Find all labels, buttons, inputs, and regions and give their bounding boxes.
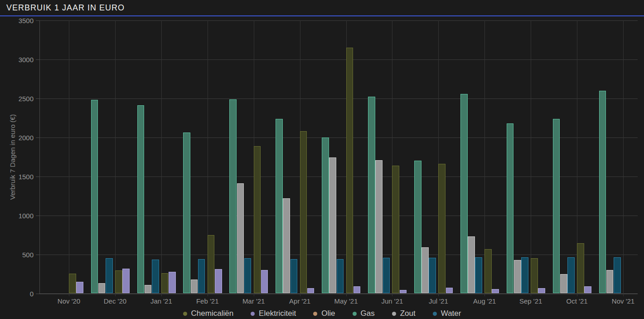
bar-chemicaliën-2[interactable] — [161, 273, 169, 294]
bar-zout-11[interactable] — [606, 270, 614, 294]
bar-zout-6[interactable] — [375, 160, 383, 293]
bar-gas-2[interactable] — [183, 133, 190, 293]
y-axis-tick-label: 3000 — [6, 55, 34, 63]
bar-zout-9[interactable] — [514, 260, 521, 293]
y-axis-tick-label: 500 — [6, 250, 34, 258]
bar-elektriciteit-9[interactable] — [492, 289, 499, 293]
bar-gas-4[interactable] — [276, 119, 283, 294]
legend-dot-icon — [251, 312, 255, 316]
x-axis-label: Apr '21 — [289, 297, 310, 305]
bar-gas-11[interactable] — [599, 91, 606, 294]
y-gridline — [39, 59, 638, 60]
x-axis-label: Dec '20 — [104, 297, 126, 305]
bar-zout-8[interactable] — [468, 236, 475, 293]
bar-elektriciteit-3[interactable] — [215, 269, 222, 293]
bar-water-5[interactable] — [337, 259, 344, 294]
bar-chemicaliën-6[interactable] — [346, 48, 353, 293]
bar-water-4[interactable] — [291, 259, 298, 294]
bar-gas-8[interactable] — [460, 94, 468, 294]
bar-water-8[interactable] — [475, 257, 482, 293]
x-gridline — [115, 20, 116, 296]
y-gridline — [39, 98, 638, 99]
bar-zout-2[interactable] — [191, 280, 198, 294]
y-gridline — [39, 255, 638, 255]
x-gridline — [623, 20, 624, 296]
bar-chemicaliën-10[interactable] — [531, 258, 538, 293]
y-gridline — [39, 216, 638, 216]
bar-elektriciteit-1[interactable] — [122, 269, 130, 294]
y-axis-tick-label: 0 — [6, 290, 34, 297]
chart-legend: ChemicaliënElektriciteitOlieGasZoutWater — [0, 309, 644, 318]
bar-water-2[interactable] — [198, 259, 205, 294]
bar-zout-4[interactable] — [283, 198, 290, 294]
bar-water-1[interactable] — [152, 260, 159, 294]
x-axis-label: May '21 — [334, 297, 358, 305]
bar-gas-0[interactable] — [91, 100, 98, 293]
legend-item-chemicaliën[interactable]: Chemicaliën — [183, 309, 234, 318]
bar-water-6[interactable] — [383, 258, 390, 293]
legend-label: Chemicaliën — [191, 309, 234, 318]
bar-water-0[interactable] — [106, 258, 113, 293]
y-axis-tick — [36, 20, 39, 21]
bar-gas-10[interactable] — [553, 119, 560, 294]
bar-zout-10[interactable] — [560, 274, 567, 293]
bar-gas-6[interactable] — [368, 97, 375, 293]
bar-gas-5[interactable] — [322, 137, 329, 294]
bar-zout-7[interactable] — [421, 247, 429, 293]
legend-item-gas[interactable]: Gas — [353, 309, 375, 318]
bar-chemicaliën-5[interactable] — [300, 131, 307, 293]
bar-chart: 0500100015002000250030003500Nov '20Dec '… — [0, 16, 644, 319]
bar-zout-3[interactable] — [237, 183, 244, 293]
bar-chemicaliën-1[interactable] — [115, 270, 122, 294]
bar-elektriciteit-2[interactable] — [169, 272, 176, 293]
y-axis-tick — [36, 59, 39, 60]
bar-elektriciteit-10[interactable] — [538, 288, 545, 293]
bar-elektriciteit-8[interactable] — [446, 288, 453, 294]
bar-chemicaliën-0[interactable] — [69, 274, 76, 294]
bar-chemicaliën-8[interactable] — [438, 164, 445, 293]
bar-elektriciteit-11[interactable] — [584, 286, 591, 293]
bar-elektriciteit-5[interactable] — [307, 288, 315, 293]
bar-chemicaliën-4[interactable] — [254, 146, 261, 294]
legend-item-water[interactable]: Water — [433, 309, 461, 318]
bar-chemicaliën-7[interactable] — [392, 166, 399, 294]
bar-chemicaliën-11[interactable] — [577, 243, 584, 294]
bar-water-7[interactable] — [429, 258, 436, 293]
y-axis-title: Verbruik 7 Dagen in euro (€) — [9, 114, 16, 200]
bar-water-10[interactable] — [567, 257, 575, 294]
x-axis-label: Jul '21 — [429, 297, 448, 305]
y-axis-tick — [36, 177, 39, 177]
bar-gas-9[interactable] — [507, 123, 514, 294]
bar-chemicaliën-3[interactable] — [208, 235, 215, 294]
legend-label: Elektriciteit — [259, 309, 296, 318]
y-axis-tick-label: 1000 — [6, 211, 34, 219]
bar-gas-1[interactable] — [137, 105, 145, 293]
bar-gas-3[interactable] — [229, 99, 237, 294]
y-axis-tick-label: 3500 — [6, 17, 34, 25]
y-gridline — [39, 294, 638, 294]
x-gridline — [69, 20, 69, 296]
x-axis-label: Sep '21 — [519, 297, 542, 305]
x-axis-label: Mar '21 — [242, 297, 265, 305]
legend-item-olie[interactable]: Olie — [313, 309, 335, 318]
bar-zout-5[interactable] — [329, 157, 336, 294]
bar-elektriciteit-4[interactable] — [261, 270, 268, 294]
legend-dot-icon — [353, 312, 357, 316]
page-title: VERBRUIK 1 JAAR IN EURO — [6, 3, 125, 13]
bar-elektriciteit-6[interactable] — [353, 286, 361, 293]
bar-water-11[interactable] — [614, 257, 621, 294]
bar-elektriciteit-0[interactable] — [76, 282, 83, 294]
bar-zout-1[interactable] — [145, 285, 152, 294]
x-axis-label: Aug '21 — [473, 297, 496, 305]
legend-item-elektriciteit[interactable]: Elektriciteit — [251, 309, 296, 318]
bar-water-9[interactable] — [521, 257, 528, 294]
bar-gas-7[interactable] — [414, 161, 421, 293]
bar-elektriciteit-7[interactable] — [400, 290, 407, 294]
legend-dot-icon — [433, 312, 437, 316]
bar-water-3[interactable] — [244, 258, 252, 293]
x-axis-label: Jun '21 — [381, 297, 403, 305]
legend-item-zout[interactable]: Zout — [392, 309, 416, 318]
bar-chemicaliën-9[interactable] — [484, 249, 492, 294]
y-axis-tick-label: 2500 — [6, 94, 34, 102]
bar-zout-0[interactable] — [98, 283, 106, 293]
